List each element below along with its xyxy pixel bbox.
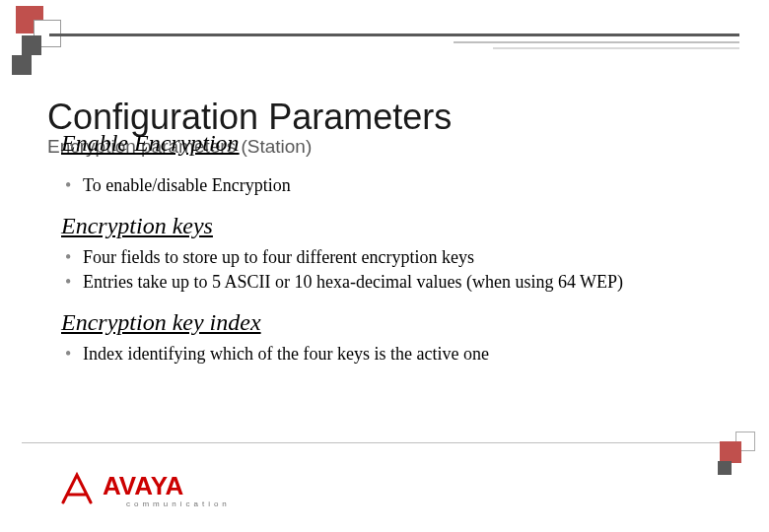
avaya-logo: AVAYA communication <box>57 469 231 508</box>
footer-square-red <box>720 441 741 463</box>
decor-square-gray1 <box>22 35 41 55</box>
bullet-list-index: Index identifying which of the four keys… <box>65 342 728 366</box>
slide-content: Configuration Parameters Encryption para… <box>47 97 728 373</box>
bullet-list-keys: Four fields to store up to four differen… <box>65 245 728 294</box>
bullet-item: Four fields to store up to four differen… <box>65 245 728 269</box>
footer-rule <box>22 442 747 443</box>
logo-text-block: AVAYA communication <box>103 473 231 508</box>
bullet-item: Index identifying which of the four keys… <box>65 342 728 366</box>
logo-tagline: communication <box>126 500 231 508</box>
bullet-item: Entries take up to 5 ASCII or 10 hexa-de… <box>65 270 728 294</box>
logo-name: AVAYA <box>103 473 231 499</box>
logo-mark-icon <box>57 469 97 508</box>
decor-rule-thin1 <box>454 41 739 43</box>
decor-rule-main <box>49 33 739 36</box>
decor-rule-thin2 <box>493 47 739 49</box>
bullet-item: To enable/disable Encryption <box>65 173 728 197</box>
slide-top-decoration <box>0 0 769 89</box>
section-heading-enable: Enable Encryption <box>61 130 240 157</box>
overlapping-heading-block: Encryption parameters (Station) Enable E… <box>47 140 728 169</box>
footer-square-gray <box>718 461 732 475</box>
section-heading-keys: Encryption keys <box>61 213 728 239</box>
decor-square-gray2 <box>12 55 32 75</box>
section-heading-index: Encryption key index <box>61 309 728 336</box>
bullet-list-enable: To enable/disable Encryption <box>65 173 728 197</box>
